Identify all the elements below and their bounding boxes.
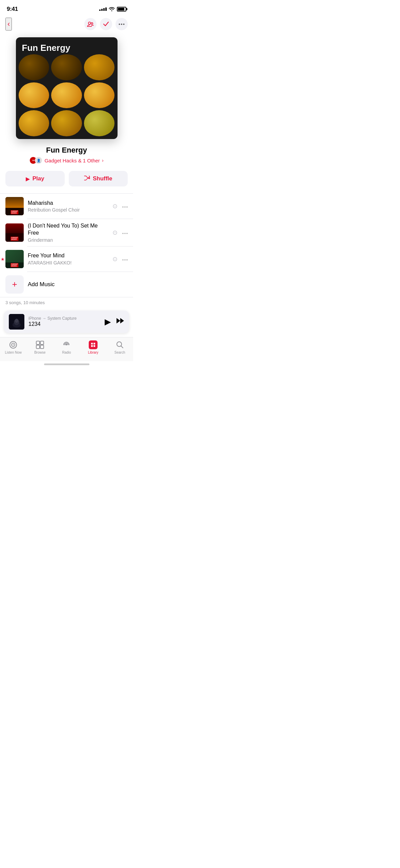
song-info-2: (I Don't Need You To) Set Me Free Grinde… [28,222,108,243]
svg-rect-23 [36,341,40,344]
tab-listen-now[interactable]: Listen Now [0,340,27,354]
song-item-2[interactable]: GADGETHACKS (I Don't Need You To) Set Me… [0,219,133,246]
more-song-button-3[interactable] [122,256,128,262]
playback-buttons: ▶ Play Shuffle [0,168,133,193]
mini-skip-button[interactable] [116,318,124,326]
song-artwork-3: GADGETHACKS [5,250,24,268]
back-button[interactable]: ‹ [5,18,12,31]
signal-icon [99,7,107,11]
svg-rect-28 [91,343,93,344]
playlist-authors-link[interactable]: GH 👤 Gadget Hacks & 1 Other › [5,157,128,164]
tab-bar: Listen Now Browse Radio [0,337,133,361]
svg-point-5 [122,206,124,208]
song-item-3[interactable]: ★ GADGETHACKS Free Your Mind ATARASHII G… [0,246,133,272]
author-avatars: GH 👤 [29,157,42,164]
play-button[interactable]: ▶ Play [5,171,65,186]
add-music-icon: + [5,275,24,294]
nav-actions [84,18,128,30]
search-icon [115,340,125,350]
svg-rect-30 [91,345,93,347]
svg-point-1 [91,23,93,24]
svg-point-3 [121,23,122,25]
tab-listen-now-label: Listen Now [5,351,22,354]
download-icon-2[interactable]: ⊙ [112,229,118,236]
svg-rect-25 [36,345,40,349]
svg-point-0 [88,22,91,24]
song-title-3: Free Your Mind [28,252,108,259]
song-artwork-1: GADGETHACKS [5,197,24,215]
song-title-1: Maharisha [28,200,108,207]
mini-player-source: iPhone → System Capture [28,316,101,321]
add-music-item[interactable]: + Add Music [0,272,133,297]
status-time: 9:41 [7,6,18,13]
svg-point-12 [124,259,126,260]
author-chevron-icon: › [102,158,104,163]
mini-play-button[interactable]: ▶ [105,317,111,327]
play-label: Play [33,175,44,182]
mini-player-info: iPhone → System Capture 1234 [28,316,101,327]
add-music-label: Add Music [28,281,55,288]
song-title-2: (I Don't Need You To) Set Me Free [28,222,108,237]
artwork-container: Fun Energy [0,35,133,144]
svg-rect-24 [40,341,44,344]
more-song-button-1[interactable] [122,203,128,209]
play-icon: ▶ [26,176,30,182]
nav-header: ‹ [0,16,133,35]
svg-point-27 [66,344,67,345]
more-button[interactable] [115,18,128,30]
svg-point-17 [15,319,18,323]
mini-player-artwork [9,314,24,330]
playlist-artwork: Fun Energy [16,37,118,139]
svg-rect-31 [93,345,95,347]
playlist-info: Fun Energy GH 👤 Gadget Hacks & 1 Other › [0,144,133,168]
svg-rect-29 [93,343,95,344]
status-bar: 9:41 [0,0,133,16]
song-info-3: Free Your Mind ATARASHII GAKKO! [28,252,108,265]
song-count: 3 songs, 10 minutes [0,297,133,311]
svg-point-6 [124,206,126,208]
mini-player-title: 1234 [28,321,101,327]
people-button[interactable] [84,18,97,30]
other-author-avatar: 👤 [35,157,42,164]
song-actions-2: ⊙ [112,229,128,236]
library-icon [88,340,98,350]
tab-browse-label: Browse [34,351,45,354]
download-icon-1[interactable]: ⊙ [112,202,118,210]
song-list: GADGETHACKS Maharisha Retribution Gospel… [0,194,133,297]
tab-library-label: Library [88,351,99,354]
svg-rect-26 [40,345,44,349]
check-button[interactable] [100,18,112,30]
song-actions-3: ⊙ [112,255,128,263]
wifi-icon [109,6,115,12]
mini-player[interactable]: iPhone → System Capture 1234 ▶ [4,311,129,333]
home-indicator [0,361,133,368]
listen-now-icon [8,340,18,350]
svg-point-2 [119,23,120,25]
svg-point-22 [13,344,14,345]
song-artist-2: Grinderman [28,237,108,243]
svg-marker-19 [120,318,124,323]
svg-marker-18 [117,318,120,323]
svg-point-8 [122,233,124,234]
song-info-1: Maharisha Retribution Gospel Choir [28,200,108,213]
shuffle-icon [84,176,90,182]
svg-point-7 [126,206,128,208]
svg-point-10 [126,233,128,234]
song-artwork-2: GADGETHACKS [5,223,24,242]
status-icons [99,6,126,12]
tab-search[interactable]: Search [106,340,133,354]
radio-icon [62,340,71,350]
shuffle-button[interactable]: Shuffle [69,171,128,186]
artwork-title: Fun Energy [22,43,70,53]
tab-radio[interactable]: Radio [53,340,80,354]
star-icon: ★ [1,256,5,261]
svg-point-9 [124,233,126,234]
more-song-button-2[interactable] [122,230,128,235]
download-icon-3[interactable]: ⊙ [112,255,118,263]
tab-browse[interactable]: Browse [27,340,54,354]
song-item[interactable]: GADGETHACKS Maharisha Retribution Gospel… [0,194,133,219]
svg-point-11 [122,259,124,260]
playlist-name: Fun Energy [5,146,128,155]
tab-library[interactable]: Library [80,340,107,354]
battery-icon [117,7,126,12]
